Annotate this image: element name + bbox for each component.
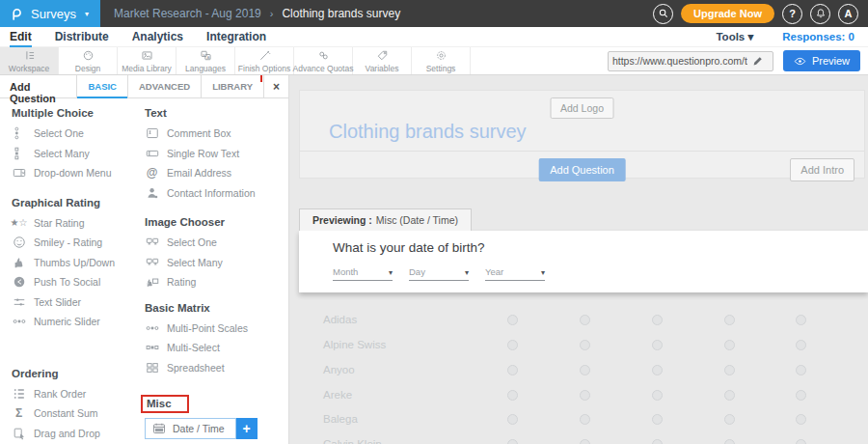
matrix-radio[interactable] [580,414,590,425]
matrix-radio[interactable] [580,315,590,325]
qtype-select-many[interactable]: Select Many [12,144,145,164]
matrix-radio[interactable] [796,365,806,375]
add-intro-button[interactable]: Add Intro [790,158,854,181]
tag-icon [376,49,389,62]
matrix-radio[interactable] [580,340,590,350]
survey-title[interactable]: Clothing brands survey [329,121,527,143]
matrix-radio[interactable] [796,315,806,325]
day-select[interactable]: Day ▾ [409,266,469,281]
toolbar-tab-variables[interactable]: Variables [353,47,412,74]
notifications-button[interactable] [810,4,830,24]
avatar[interactable]: A [838,4,858,24]
chevron-down-icon: ▾ [465,268,469,277]
tools-menu[interactable]: Tools ▾ [716,30,753,43]
tab-advanced[interactable]: ADVANCED [127,75,201,97]
add-date-time-question-button[interactable]: + [236,418,258,439]
section-text: Text [145,107,287,119]
section-image-chooser: Image Chooser [145,216,287,228]
qtype-drag-and-drop[interactable]: Drag and Drop [12,424,145,444]
matrix-radio[interactable] [652,390,663,401]
qtype-comment-box[interactable]: Comment Box [145,124,287,144]
chevron-down-icon: ▾ [541,268,545,277]
toolbar-tab-languages[interactable]: Ax Languages [176,47,235,74]
matrix-radio[interactable] [724,414,735,425]
matrix-radio[interactable] [652,414,663,425]
add-question-button[interactable]: Add Question [538,158,626,181]
matrix-radio[interactable] [507,315,518,325]
qtype-contact-information[interactable]: Contact Information [145,183,287,204]
matrix-radio[interactable] [580,439,590,444]
matrix-radio[interactable] [724,315,735,325]
qtype-multi-select[interactable]: Multi-Select [145,338,287,358]
month-select[interactable]: Month ▾ [333,266,393,281]
matrix-radio[interactable] [507,414,518,425]
qtype-spreadsheet[interactable]: Spreadsheet [145,358,287,378]
qtype-image-select-many[interactable]: Select Many [145,253,287,273]
toolbar-tab-finish-options[interactable]: Finish Options [235,47,294,74]
app-logo-surveys-menu[interactable]: Surveys ▾ [0,0,100,27]
matrix-radio[interactable] [796,390,806,401]
matrix-radio[interactable] [796,439,806,444]
matrix-radio[interactable] [507,439,518,444]
toolbar-tab-advance-quotas[interactable]: Advance Quotas [294,47,353,74]
nav-item-edit[interactable]: Edit [10,30,32,43]
matrix-radio[interactable] [652,315,663,325]
qtype-numeric-slider[interactable]: Numeric Slider [12,312,145,332]
qtype-thumbs-up-down[interactable]: Thumbs Up/Down [12,253,145,273]
toolbar-tab-workspace[interactable]: Workspace [0,47,59,74]
close-panel-button[interactable]: × [263,75,288,97]
search-button[interactable] [653,4,673,24]
matrix-radio[interactable] [652,340,663,350]
matrix-radio[interactable] [796,340,806,350]
qtype-rank-order[interactable]: Rank Order [12,384,145,404]
matrix-radio[interactable] [580,390,590,401]
help-button[interactable]: ? [782,4,802,24]
qtype-date-time[interactable]: Date / Time [145,418,236,439]
question-types-column-2: Text Comment Box Single Row Text @ Email… [145,104,287,444]
responses-count[interactable]: Responses: 0 [782,31,854,42]
add-logo-button[interactable]: Add Logo [550,97,614,119]
matrix-radio[interactable] [724,340,735,350]
sigma-icon: Σ [12,407,26,419]
chevron-down-icon: ▾ [85,10,89,18]
matrix-radio[interactable] [507,365,518,375]
eye-icon [794,55,806,68]
matrix-radio[interactable] [652,365,663,375]
matrix-radio[interactable] [724,390,735,401]
breadcrumb-parent[interactable]: Market Research - Aug 2019 [114,7,261,20]
upgrade-now-button[interactable]: Upgrade Now [681,4,774,23]
matrix-radio[interactable] [507,340,518,350]
card-divider [300,151,864,152]
qtype-single-row-text[interactable]: Single Row Text [145,144,287,164]
nav-item-integration[interactable]: Integration [206,30,266,43]
matrix-radio[interactable] [580,365,590,375]
matrix-radio[interactable] [507,390,518,401]
matrix-radio[interactable] [724,439,735,444]
edit-url-pencil-icon[interactable] [751,55,764,68]
qtype-image-select-one[interactable]: Select One [145,233,287,253]
matrix-radio[interactable] [652,439,663,444]
qtype-select-one[interactable]: Select One [12,124,145,144]
survey-url-input[interactable] [609,55,751,67]
matrix-radio[interactable] [724,365,735,375]
qtype-dropdown-menu[interactable]: Drop-down Menu [12,163,145,183]
qtype-image-rating[interactable]: Rating [145,272,287,292]
nav-item-distribute[interactable]: Distribute [55,30,109,43]
qtype-smiley-rating[interactable]: Smiley - Rating [12,233,145,253]
tab-library[interactable]: LIBRARY [201,75,263,97]
preview-button[interactable]: Preview [783,50,860,71]
qtype-email-address[interactable]: @ Email Address [145,163,287,183]
qtype-text-slider[interactable]: Text Slider [12,292,145,313]
toolbar-tab-design[interactable]: Design [59,47,118,74]
qtype-constant-sum[interactable]: Σ Constant Sum [12,403,145,424]
toolbar-tab-settings[interactable]: Settings [412,47,471,74]
nav-item-analytics[interactable]: Analytics [132,30,183,43]
toolbar-tab-media-library[interactable]: Media Library [118,47,176,74]
qtype-multi-point-scales[interactable]: Multi-Point Scales [145,319,287,339]
qtype-star-rating[interactable]: ★☆ Star Rating [12,213,145,234]
questionpro-logo-icon [9,6,24,21]
matrix-radio[interactable] [796,414,806,425]
qtype-push-to-social[interactable]: Push To Social [12,272,145,292]
tab-basic[interactable]: BASIC [76,75,127,97]
year-select[interactable]: Year ▾ [485,266,545,281]
